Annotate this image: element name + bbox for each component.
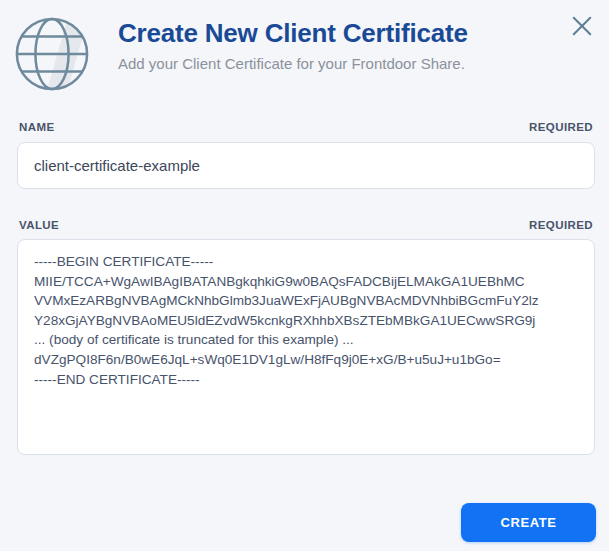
modal-title: Create New Client Certificate — [118, 19, 569, 48]
globe-icon — [13, 15, 91, 93]
value-label: VALUE — [19, 219, 59, 231]
value-textarea[interactable]: -----BEGIN CERTIFICATE----- MIIE/TCCA+Wg… — [17, 239, 595, 455]
name-required-badge: REQUIRED — [529, 121, 593, 133]
modal-footer: CREATE — [461, 503, 596, 542]
name-input[interactable] — [17, 142, 595, 189]
create-client-certificate-modal: Create New Client Certificate Add your C… — [0, 0, 609, 551]
modal-subtitle: Add your Client Certificate for your Fro… — [118, 55, 569, 72]
modal-header: Create New Client Certificate Add your C… — [0, 0, 609, 93]
value-label-row: VALUE REQUIRED — [17, 219, 595, 231]
certificate-form: NAME REQUIRED VALUE REQUIRED -----BEGIN … — [0, 121, 609, 455]
create-button[interactable]: CREATE — [461, 503, 596, 542]
modal-header-text: Create New Client Certificate Add your C… — [118, 15, 569, 72]
name-label-row: NAME REQUIRED — [17, 121, 595, 133]
value-required-badge: REQUIRED — [529, 219, 593, 231]
name-label: NAME — [19, 121, 54, 133]
page: { "modal": { "title": "Create New Client… — [0, 0, 609, 551]
close-icon — [571, 15, 593, 37]
close-button[interactable] — [569, 13, 595, 39]
